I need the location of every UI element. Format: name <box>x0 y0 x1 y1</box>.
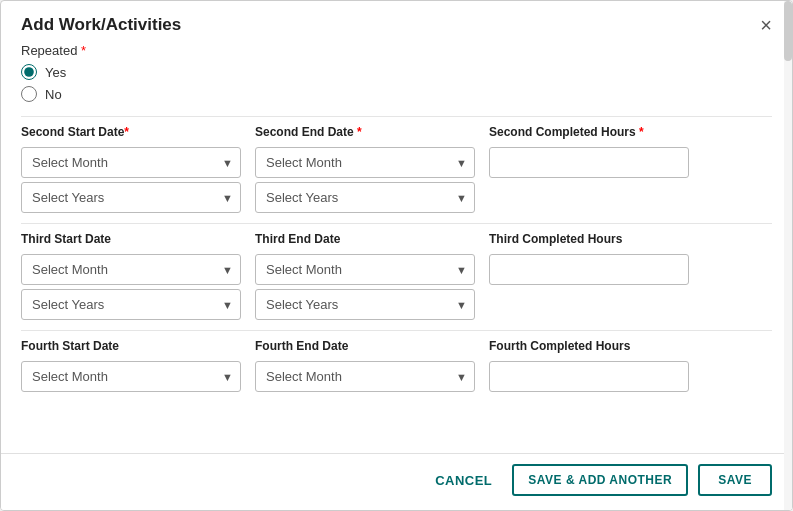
second-end-required: * <box>354 125 362 139</box>
second-start-year-select[interactable]: Select Years <box>21 182 241 213</box>
radio-group: Yes No <box>21 64 772 102</box>
third-end-label: Third End Date <box>255 232 475 246</box>
save-button[interactable]: SAVE <box>698 464 772 496</box>
third-end-month-select[interactable]: Select Month <box>255 254 475 285</box>
scrollbar-track[interactable] <box>784 1 792 510</box>
second-end-year-select[interactable]: Select Years <box>255 182 475 213</box>
modal-footer: CANCEL SAVE & ADD ANOTHER SAVE <box>1 453 792 510</box>
fourth-hours-input[interactable] <box>489 361 689 392</box>
fourth-start-col: Fourth Start Date Select Month ▼ <box>21 339 241 392</box>
modal-body: Repeated * Yes No Second Start <box>1 43 792 453</box>
third-date-header-row: Third Start Date Select Month ▼ Third En… <box>21 232 772 285</box>
third-start-col: Third Start Date Select Month ▼ <box>21 232 241 285</box>
third-year-row: Select Years ▼ Select Years ▼ <box>21 289 772 320</box>
radio-no-input[interactable] <box>21 86 37 102</box>
radio-yes-input[interactable] <box>21 64 37 80</box>
save-add-button[interactable]: SAVE & ADD ANOTHER <box>512 464 688 496</box>
second-start-col: Second Start Date* Select Month ▼ <box>21 125 241 178</box>
second-start-label: Second Start Date* <box>21 125 241 139</box>
third-end-month-wrapper: Select Month ▼ <box>255 254 475 285</box>
second-start-year-wrapper: Select Years ▼ <box>21 182 241 213</box>
fourth-hours-label: Fourth Completed Hours <box>489 339 689 353</box>
second-year-row: Select Years ▼ Select Years ▼ <box>21 182 772 213</box>
repeated-label: Repeated * <box>21 43 772 58</box>
fourth-end-month-wrapper: Select Month ▼ <box>255 361 475 392</box>
third-date-section: Third Start Date Select Month ▼ Third En… <box>21 232 772 320</box>
second-start-month-wrapper: Select Month ▼ <box>21 147 241 178</box>
second-hours-required: * <box>636 125 644 139</box>
third-start-month-wrapper: Select Month ▼ <box>21 254 241 285</box>
second-date-header-row: Second Start Date* Select Month ▼ Second… <box>21 125 772 178</box>
third-start-year-wrapper: Select Years ▼ <box>21 289 241 320</box>
second-start-required: * <box>124 125 129 139</box>
radio-no-label: No <box>45 87 62 102</box>
divider-2 <box>21 223 772 224</box>
modal-header: Add Work/Activities × <box>1 1 792 43</box>
repeated-section: Repeated * Yes No <box>21 43 772 102</box>
radio-no-item[interactable]: No <box>21 86 772 102</box>
second-hours-input[interactable] <box>489 147 689 178</box>
second-start-month-select[interactable]: Select Month <box>21 147 241 178</box>
scrollbar-thumb[interactable] <box>784 1 792 61</box>
second-hours-col: Second Completed Hours * <box>489 125 689 178</box>
third-start-year-select[interactable]: Select Years <box>21 289 241 320</box>
cancel-button[interactable]: CANCEL <box>425 467 502 494</box>
second-end-month-wrapper: Select Month ▼ <box>255 147 475 178</box>
third-start-month-select[interactable]: Select Month <box>21 254 241 285</box>
second-end-year-wrapper: Select Years ▼ <box>255 182 475 213</box>
third-start-label: Third Start Date <box>21 232 241 246</box>
divider-1 <box>21 116 772 117</box>
radio-yes-item[interactable]: Yes <box>21 64 772 80</box>
second-hours-label: Second Completed Hours * <box>489 125 689 139</box>
third-hours-input[interactable] <box>489 254 689 285</box>
modal-title: Add Work/Activities <box>21 15 181 35</box>
fourth-date-section: Fourth Start Date Select Month ▼ Fourth … <box>21 339 772 392</box>
radio-yes-label: Yes <box>45 65 66 80</box>
close-button[interactable]: × <box>760 15 772 35</box>
third-hours-col: Third Completed Hours <box>489 232 689 285</box>
fourth-end-label: Fourth End Date <box>255 339 475 353</box>
fourth-end-col: Fourth End Date Select Month ▼ <box>255 339 475 392</box>
third-end-year-wrapper: Select Years ▼ <box>255 289 475 320</box>
fourth-date-header-row: Fourth Start Date Select Month ▼ Fourth … <box>21 339 772 392</box>
second-end-label: Second End Date * <box>255 125 475 139</box>
third-end-col: Third End Date Select Month ▼ <box>255 232 475 285</box>
second-end-month-select[interactable]: Select Month <box>255 147 475 178</box>
third-end-year-select[interactable]: Select Years <box>255 289 475 320</box>
fourth-start-month-wrapper: Select Month ▼ <box>21 361 241 392</box>
fourth-hours-col: Fourth Completed Hours <box>489 339 689 392</box>
second-end-col: Second End Date * Select Month ▼ <box>255 125 475 178</box>
fourth-end-month-select[interactable]: Select Month <box>255 361 475 392</box>
modal-container: Add Work/Activities × Repeated * Yes No <box>0 0 793 511</box>
second-date-section: Second Start Date* Select Month ▼ Second… <box>21 125 772 213</box>
fourth-start-label: Fourth Start Date <box>21 339 241 353</box>
third-hours-label: Third Completed Hours <box>489 232 689 246</box>
fourth-start-month-select[interactable]: Select Month <box>21 361 241 392</box>
repeated-required-star: * <box>81 43 86 58</box>
divider-3 <box>21 330 772 331</box>
